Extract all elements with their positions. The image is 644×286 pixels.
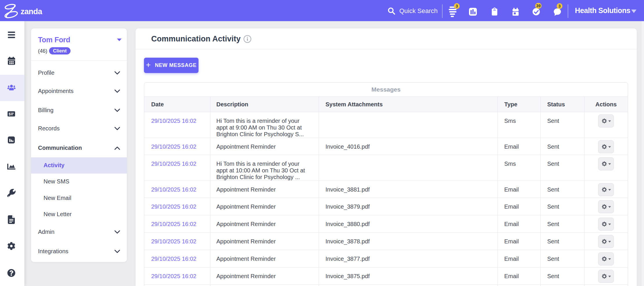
svg-text:$: $ [9, 112, 11, 116]
